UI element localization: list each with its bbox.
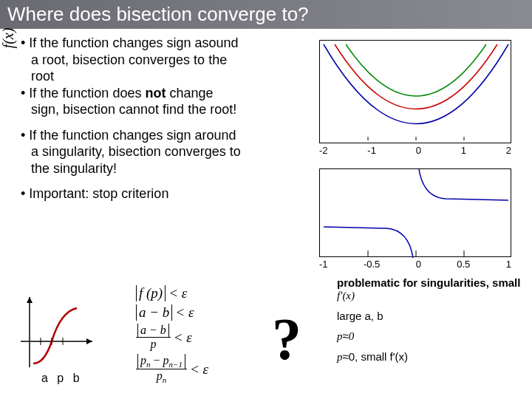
bullet-1-text: If the function changes sign asound a ro… <box>29 35 238 83</box>
chart2-tick-3: 0.5 <box>457 259 470 270</box>
note-4: p≈0, small f'(x) <box>337 350 525 364</box>
formula-3-rhs: < ε <box>174 330 192 346</box>
note-3a: p <box>337 330 343 342</box>
bullet-important-text: Important: stop criterion <box>29 186 168 201</box>
formula-4-den: p <box>157 369 163 382</box>
question-mark-icon: ? <box>272 306 301 373</box>
stop-criteria-formulas: f (p) < ε a − b < ε a − b p < ε pn − pn−… <box>136 284 208 386</box>
formula-4-pn1: p <box>163 354 169 366</box>
note-4b: ≈ <box>343 350 349 363</box>
note-4c: 0, small f'(x) <box>349 350 408 363</box>
bullet-3-text: If the function changes sign around a si… <box>29 128 241 176</box>
chart1-xticks: -2 -1 0 1 2 <box>319 145 511 156</box>
chart2-xticks: -1 -0.5 0 0.5 1 <box>319 259 511 270</box>
chart2-tick-1: -0.5 <box>364 259 380 270</box>
formula-4-sub-n: n <box>146 360 151 369</box>
svg-marker-3 <box>86 338 92 344</box>
formula-4-sub-n1: n−1 <box>169 360 183 369</box>
chart2-tick-0: -1 <box>319 259 328 270</box>
bullet-2: • If the function does not change sign, … <box>13 85 242 118</box>
note-4a: p <box>337 351 343 363</box>
chart1-tick-1: -1 <box>367 145 376 156</box>
bullet-2-text-bold: not <box>145 86 166 100</box>
formula-3-num: a − b <box>137 324 169 337</box>
chart1-tick-2: 0 <box>416 145 421 156</box>
criteria-notes: problematic for singularities, small f'(… <box>337 276 525 371</box>
note-3c: 0 <box>349 330 355 342</box>
formula-2-lhs: a − b <box>139 304 169 320</box>
chart2-tick-2: 0 <box>416 259 421 270</box>
chart1-tick-0: -2 <box>319 145 328 156</box>
formula-1-rhs: < ε <box>168 285 187 301</box>
formula-4-den-sub: n <box>163 375 167 384</box>
chart-parabolas <box>319 40 511 143</box>
bullet-2-text-a: If the function does <box>29 86 145 100</box>
chart-singularity <box>319 168 511 257</box>
note-1b: f'(x) <box>337 290 355 301</box>
chart1-tick-3: 1 <box>461 145 466 156</box>
chart1-tick-4: 2 <box>506 145 511 156</box>
apb-labels: a p b <box>41 372 83 385</box>
formula-4: pn − pn−1 pn < ε <box>136 352 208 386</box>
formula-1: f (p) < ε <box>136 284 208 303</box>
formula-3: a − b p < ε <box>136 322 208 352</box>
note-3b: ≈ <box>343 330 349 342</box>
svg-marker-1 <box>27 297 33 303</box>
formula-4-pn: p <box>140 354 146 366</box>
formula-2-rhs: < ε <box>175 304 194 321</box>
page-title: Where does bisection converge to? <box>0 0 532 29</box>
note-3: p≈0 <box>337 330 525 343</box>
fx-axis-label: f(x) <box>0 28 17 49</box>
bullet-1: • If the function changes sign asound a … <box>13 35 242 85</box>
formula-2: a − b < ε <box>136 303 208 322</box>
fx-diagram <box>15 297 96 378</box>
formula-4-rhs: < ε <box>190 361 208 378</box>
note-2-text: large a, b <box>337 310 383 322</box>
chart2-tick-4: 1 <box>506 259 511 270</box>
formula-3-den: p <box>136 338 171 351</box>
formula-1-lhs: f (p) <box>139 285 163 301</box>
note-1a: problematic for singularities, small <box>337 276 520 289</box>
bullet-3: • If the function changes sign around a … <box>13 127 242 177</box>
note-1: problematic for singularities, small f'(… <box>337 276 525 302</box>
note-2: large a, b <box>337 310 525 322</box>
